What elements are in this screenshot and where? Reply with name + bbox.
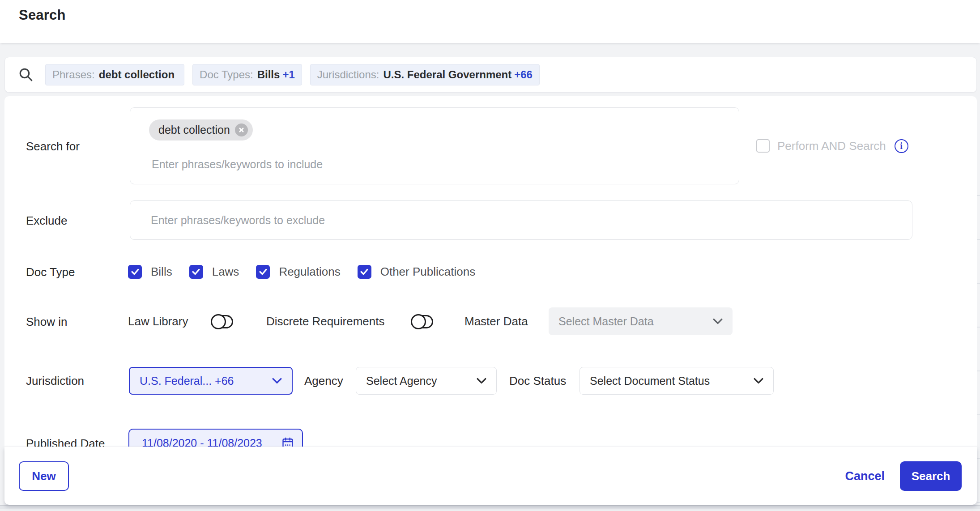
show-in-label: Show in xyxy=(26,315,68,329)
chevron-down-icon xyxy=(272,378,282,384)
perform-and-search: Perform AND Search xyxy=(756,138,908,153)
jurisdiction-select[interactable]: U.S. Federal... +66 xyxy=(129,367,293,395)
search-button[interactable]: Search xyxy=(900,461,962,491)
checkbox-checked-icon[interactable] xyxy=(128,265,142,279)
master-data-select[interactable]: Select Master Data xyxy=(549,307,733,335)
chip-doc-types-value: Bills xyxy=(257,68,280,81)
search-modal: Search Phrases: debt collection Doc Type… xyxy=(0,0,980,511)
chip-phrases-value: debt collection xyxy=(99,68,175,81)
remove-phrase-icon[interactable] xyxy=(235,123,248,136)
chip-doc-types-label: Doc Types: xyxy=(200,68,253,81)
discrete-requirements-label: Discrete Requirements xyxy=(266,315,384,328)
filter-chips: Phrases: debt collection Doc Types: Bill… xyxy=(45,64,540,85)
chip-phrases-label: Phrases: xyxy=(52,68,95,81)
jurisdiction-label: Jurisdiction xyxy=(26,374,84,388)
chip-jurisdictions[interactable]: Jurisdictions: U.S. Federal Government +… xyxy=(310,64,540,85)
page-header: Search xyxy=(0,0,980,43)
new-button[interactable]: New xyxy=(19,461,69,491)
checkbox-label: Bills xyxy=(151,265,172,279)
chip-jurisdictions-value: U.S. Federal Government xyxy=(383,68,511,81)
background-page-edge xyxy=(977,152,980,511)
doc-status-select-value: Select Document Status xyxy=(590,375,710,388)
and-search-label: Perform AND Search xyxy=(777,139,886,153)
phrase-tag: debt collection xyxy=(149,119,253,141)
chip-doc-types-extra: +1 xyxy=(282,68,294,81)
checkbox-label: Laws xyxy=(212,265,239,279)
checkbox-checked-icon[interactable] xyxy=(256,265,270,279)
doc-type-option-bills[interactable]: Bills xyxy=(128,265,172,279)
doc-type-option-other-publications[interactable]: Other Publications xyxy=(358,265,475,279)
and-search-checkbox[interactable] xyxy=(756,139,770,153)
doc-type-options: Bills Laws Regulations Other Publication… xyxy=(128,264,475,279)
chip-phrases[interactable]: Phrases: debt collection xyxy=(45,64,184,85)
page-title: Search xyxy=(19,7,66,23)
cancel-button[interactable]: Cancel xyxy=(845,469,885,483)
bottom-shadow xyxy=(0,505,980,511)
search-form-panel: Search for debt collection Enter phrases… xyxy=(4,96,977,447)
agency-select-value: Select Agency xyxy=(366,375,437,388)
published-date-picker[interactable]: 11/08/2020 - 11/08/2023 xyxy=(128,429,303,447)
exclude-input[interactable] xyxy=(130,200,912,240)
chevron-down-icon xyxy=(713,318,723,324)
doc-status-label: Doc Status xyxy=(509,374,566,388)
search-summary-bar: Phrases: debt collection Doc Types: Bill… xyxy=(4,57,977,93)
modal-footer: New Cancel Search xyxy=(4,447,977,505)
discrete-requirements-toggle[interactable] xyxy=(411,314,436,329)
chip-jurisdictions-extra: +66 xyxy=(514,68,533,81)
checkbox-label: Other Publications xyxy=(380,265,475,279)
doc-type-option-regulations[interactable]: Regulations xyxy=(256,265,340,279)
agency-select[interactable]: Select Agency xyxy=(356,367,497,395)
phrase-tag-text: debt collection xyxy=(158,123,230,136)
calendar-icon xyxy=(281,437,294,447)
info-icon[interactable] xyxy=(895,139,908,153)
chip-doc-types[interactable]: Doc Types: Bills +1 xyxy=(192,64,302,85)
published-date-label: Published Date xyxy=(26,436,105,447)
doc-type-option-laws[interactable]: Laws xyxy=(189,265,239,279)
chevron-down-icon xyxy=(477,378,486,384)
published-date-value: 11/08/2020 - 11/08/2023 xyxy=(142,437,262,447)
checkbox-checked-icon[interactable] xyxy=(189,265,203,279)
chevron-down-icon xyxy=(754,378,763,384)
law-library-toggle[interactable] xyxy=(211,314,236,329)
law-library-label: Law Library xyxy=(128,315,188,328)
agency-label: Agency xyxy=(304,374,343,388)
toggle-knob xyxy=(211,314,226,329)
toggle-knob xyxy=(411,314,426,329)
search-for-label: Search for xyxy=(26,139,80,153)
doc-status-select[interactable]: Select Document Status xyxy=(579,367,774,395)
doc-type-label: Doc Type xyxy=(26,265,75,279)
footer-actions: Cancel Search xyxy=(845,461,962,491)
exclude-label: Exclude xyxy=(26,213,68,228)
checkbox-checked-icon[interactable] xyxy=(358,265,371,279)
master-data-label: Master Data xyxy=(464,315,528,328)
jurisdiction-select-value: U.S. Federal... +66 xyxy=(140,375,234,388)
master-data-select-value: Select Master Data xyxy=(558,315,654,328)
include-input[interactable]: debt collection Enter phrases/keywords t… xyxy=(130,107,739,184)
checkbox-label: Regulations xyxy=(279,265,340,279)
chip-jurisdictions-label: Jurisdictions: xyxy=(317,68,379,81)
include-placeholder: Enter phrases/keywords to include xyxy=(152,158,323,171)
search-icon xyxy=(18,67,34,82)
